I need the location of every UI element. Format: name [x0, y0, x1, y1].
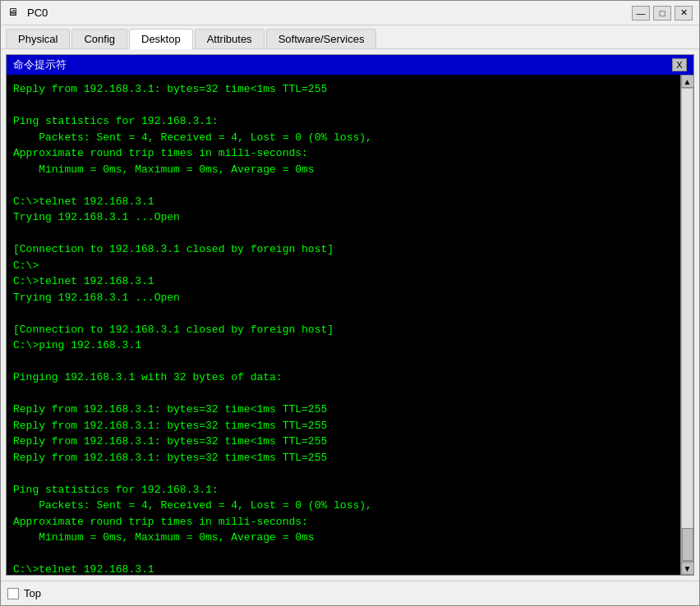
top-checkbox[interactable] — [7, 588, 19, 599]
top-label: Top — [24, 587, 41, 599]
tab-config[interactable]: Config — [71, 29, 127, 48]
scroll-up-button[interactable]: ▲ — [681, 75, 694, 88]
tabs-bar: Physical Config Desktop Attributes Softw… — [1, 25, 699, 49]
tab-software-services[interactable]: Software/Services — [266, 29, 377, 48]
cmd-close-button[interactable]: X — [672, 58, 687, 71]
window-title: PC0 — [27, 7, 48, 19]
cmd-close-icon: X — [676, 60, 682, 70]
content-area: 命令提示符 X Reply from 192.168.3.1: bytes=32… — [1, 49, 699, 581]
tab-attributes[interactable]: Attributes — [195, 29, 265, 48]
maximize-button[interactable]: □ — [653, 6, 671, 21]
cmd-body: Reply from 192.168.3.1: bytes=32 time<1m… — [7, 75, 693, 575]
title-bar-left: 🖥 PC0 — [7, 6, 48, 21]
close-button[interactable]: ✕ — [675, 6, 693, 21]
window-controls: — □ ✕ — [632, 6, 693, 21]
minimize-icon: — — [637, 8, 646, 18]
title-bar: 🖥 PC0 — □ ✕ — [1, 1, 699, 25]
cmd-output[interactable]: Reply from 192.168.3.1: bytes=32 time<1m… — [7, 75, 680, 575]
cmd-window: 命令提示符 X Reply from 192.168.3.1: bytes=32… — [6, 54, 694, 576]
cmd-title-bar: 命令提示符 X — [7, 55, 693, 75]
scroll-down-button[interactable]: ▼ — [681, 562, 694, 575]
tab-desktop[interactable]: Desktop — [129, 29, 193, 49]
close-icon: ✕ — [680, 7, 688, 18]
bottom-bar: Top — [1, 581, 699, 605]
maximize-icon: □ — [660, 8, 665, 18]
tab-physical[interactable]: Physical — [6, 29, 70, 48]
app-logo-icon: 🖥 — [7, 6, 22, 21]
cmd-scrollbar: ▲ ▼ — [680, 75, 693, 575]
cmd-window-title: 命令提示符 — [13, 57, 67, 72]
scroll-thumb[interactable] — [682, 528, 693, 561]
scroll-track[interactable] — [681, 88, 693, 562]
main-window: 🖥 PC0 — □ ✕ Physical Config Desktop Attr… — [0, 0, 700, 606]
minimize-button[interactable]: — — [632, 6, 650, 21]
